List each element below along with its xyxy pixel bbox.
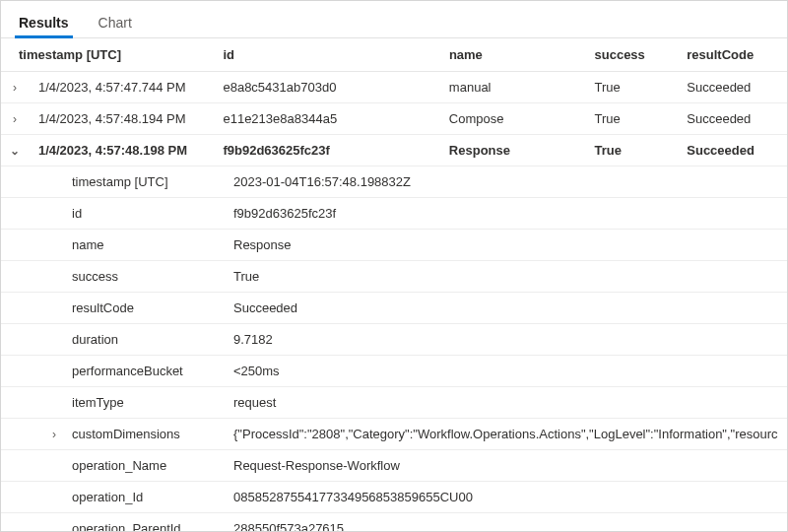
expand-toggle[interactable]: › [5,78,25,98]
table-row[interactable]: › 1/4/2023, 4:57:48.194 PM e11e213e8a834… [1,103,787,135]
detail-key: operation_Id [66,490,228,504]
cell-timestamp: 1/4/2023, 4:57:47.744 PM [25,80,218,95]
detail-key: operation_ParentId [66,521,228,532]
detail-row: operation_Name Request-Response-Workflow [1,450,787,482]
tab-results[interactable]: Results [15,7,73,37]
detail-key: timestamp [UTC] [66,174,228,189]
col-name[interactable]: name [443,47,589,62]
detail-row: timestamp [UTC] 2023-01-04T16:57:48.1988… [1,166,787,198]
detail-key: resultCode [66,300,228,315]
highlighted-key: operation_Id [72,490,143,504]
detail-value: 08585287554177334956853859655CU00 [228,490,787,504]
detail-key: performanceBucket [66,364,228,378]
detail-value: {"ProcessId":"2808","Category":"Workflow… [228,427,787,441]
detail-value: Response [228,237,787,252]
cell-id: f9b92d63625fc23f [217,143,442,158]
tabs: Results Chart [1,1,787,38]
cell-timestamp: 1/4/2023, 4:57:48.198 PM [25,143,218,158]
cell-name: Response [443,143,589,158]
detail-row: duration 9.7182 [1,324,787,356]
cell-resultcode: Succeeded [681,80,787,95]
detail-key: itemType [66,395,228,410]
detail-value: 288550f573a27615 [228,521,787,532]
detail-key: operation_Name [66,458,228,473]
column-header-row: timestamp [UTC] id name success resultCo… [1,38,787,72]
detail-key: duration [66,332,228,347]
detail-key: id [66,206,228,221]
detail-key: customDimensions [66,427,228,441]
detail-row: name Response [1,230,787,261]
col-id[interactable]: id [217,47,442,62]
detail-row: itemType request [1,387,787,419]
cell-timestamp: 1/4/2023, 4:57:48.194 PM [25,111,218,126]
cell-success: True [588,111,681,126]
col-resultcode[interactable]: resultCode [681,47,787,62]
cell-name: manual [443,80,589,95]
detail-row: operation_Id 085852875541773349568538596… [1,482,787,513]
detail-key: success [66,269,228,284]
detail-value: request [228,395,787,410]
col-timestamp[interactable]: timestamp [UTC] [13,47,217,62]
table-row[interactable]: › 1/4/2023, 4:57:47.744 PM e8a8c5431ab70… [1,72,787,103]
detail-key: name [66,237,228,252]
detail-value: f9b92d63625fc23f [228,206,787,221]
cell-id: e11e213e8a8344a5 [217,111,442,126]
detail-value: Request-Response-Workflow [228,458,787,473]
detail-row: success True [1,261,787,293]
col-success[interactable]: success [589,47,682,62]
detail-value: True [228,269,787,284]
detail-row: resultCode Succeeded [1,293,787,324]
cell-success: True [588,80,681,95]
cell-resultcode: Succeeded [681,111,787,126]
table-row[interactable]: ⌄ 1/4/2023, 4:57:48.198 PM f9b92d63625fc… [1,135,787,166]
detail-value: 9.7182 [228,332,787,347]
detail-row: id f9b92d63625fc23f [1,198,787,230]
cell-resultcode: Succeeded [681,143,787,158]
detail-value: Succeeded [228,300,787,315]
expand-toggle[interactable]: › [42,428,66,441]
cell-success: True [588,143,681,158]
cell-name: Compose [443,111,589,126]
cell-id: e8a8c5431ab703d0 [217,80,442,95]
detail-row: › customDimensions {"ProcessId":"2808","… [1,419,787,450]
detail-value: 2023-01-04T16:57:48.198832Z [228,174,787,189]
detail-value: <250ms [228,364,787,378]
detail-row: performanceBucket <250ms [1,356,787,387]
collapse-toggle[interactable]: ⌄ [5,141,25,161]
detail-row: operation_ParentId 288550f573a27615 [1,513,787,532]
expand-toggle[interactable]: › [5,109,25,129]
tab-chart[interactable]: Chart [95,7,136,37]
